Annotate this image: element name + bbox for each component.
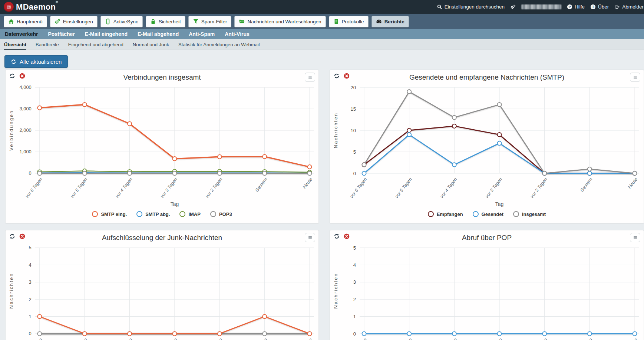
svg-text:4: 4 [353, 262, 356, 268]
panel-close-icon[interactable] [19, 73, 25, 79]
nav-tab-postfächer[interactable]: Postfächer [48, 29, 75, 39]
line-chart-junk: 012345Nachrichtenvor 6 Tagenvor 5 Tagenv… [6, 243, 318, 340]
legend-item-smtp-eing: SMTP eing. [92, 211, 127, 217]
logout-link[interactable]: Abmelden [614, 4, 644, 10]
svg-text:vor 6 Tagen: vor 6 Tagen [349, 337, 368, 340]
svg-text:vor 6 Tagen: vor 6 Tagen [24, 177, 43, 199]
chart-title: Aufschlüsselung der Junk-Nachrichten [6, 233, 318, 243]
svg-text:10: 10 [351, 128, 356, 133]
panel-close-icon[interactable] [19, 233, 25, 239]
report-subnav: ÜbersichtBandbreiteEingehend und abgehen… [0, 39, 644, 50]
toolbar-button-hauptmenü[interactable]: Hauptmenü [4, 16, 47, 27]
svg-text:4: 4 [29, 262, 32, 268]
legend-swatch-icon [473, 211, 479, 217]
svg-text:4,000: 4,000 [19, 84, 31, 90]
svg-text:vor 6 Tagen: vor 6 Tagen [349, 177, 368, 199]
panel-menu-button[interactable] [630, 233, 640, 242]
funnel-icon [193, 19, 199, 24]
panel-refresh-icon[interactable] [334, 73, 340, 79]
svg-text:Heute: Heute [627, 177, 639, 190]
panel-menu-button[interactable] [305, 233, 315, 242]
panel-close-icon[interactable] [344, 233, 350, 239]
legend-swatch-icon [210, 211, 216, 217]
report-category-nav: DatenverkehrPostfächerE-Mail eingehendE-… [0, 29, 644, 39]
svg-text:1,000: 1,000 [19, 149, 31, 154]
toolbar-button-protokolle[interactable]: Protokolle [329, 16, 369, 27]
svg-text:2,000: 2,000 [19, 127, 31, 133]
subnav-tab-übersicht[interactable]: Übersicht [4, 42, 26, 50]
house-icon [8, 19, 14, 24]
svg-text:Verbindungen: Verbindungen [9, 110, 14, 151]
refresh-icon [11, 59, 16, 64]
svg-text:Gestern: Gestern [254, 337, 268, 340]
nav-tab-anti-virus[interactable]: Anti-Virus [225, 29, 250, 39]
toolbar-button-berichte[interactable]: Berichte [371, 16, 409, 27]
subnav-tab-statistik-für-anmeldungen-an-webmail[interactable]: Statistik für Anmeldungen an Webmail [178, 42, 260, 50]
svg-text:2: 2 [29, 297, 32, 302]
subnav-tab-eingehend-und-abgehend[interactable]: Eingehend und abgehend [68, 42, 123, 50]
gears-icon [510, 4, 516, 10]
document-icon [333, 19, 339, 24]
toolbar-button-einstellungen[interactable]: Einstellungen [50, 16, 98, 27]
chart-panel-pop: Abruf über POP 012345Nachrichtenvor 6 Ta… [330, 230, 644, 340]
panel-close-icon[interactable] [344, 73, 350, 79]
chart-title: Abruf über POP [330, 233, 644, 243]
svg-text:Gestern: Gestern [579, 177, 593, 193]
subnav-tab-normal-und-junk[interactable]: Normal und Junk [133, 42, 169, 50]
legend-swatch-icon [92, 211, 98, 217]
lock-icon [150, 19, 156, 24]
refresh-all-button[interactable]: Alle aktualisieren [4, 55, 68, 68]
svg-text:i: i [592, 5, 594, 9]
svg-text:vor 5 Tagen: vor 5 Tagen [69, 177, 88, 199]
svg-text:vor 4 Tagen: vor 4 Tagen [115, 337, 133, 340]
panel-refresh-icon[interactable] [9, 233, 15, 239]
svg-text:vor 5 Tagen: vor 5 Tagen [69, 337, 88, 340]
svg-text:0: 0 [353, 331, 356, 337]
help-link[interactable]: ? Hilfe [567, 4, 585, 10]
toolbar-button-activesync[interactable]: ActiveSync [100, 16, 143, 27]
line-chart-pop: 012345Nachrichtenvor 6 Tagenvor 5 Tagenv… [330, 243, 644, 340]
svg-text:vor 4 Tagen: vor 4 Tagen [439, 177, 458, 199]
account-menu[interactable] [521, 4, 561, 9]
panel-menu-button[interactable] [305, 73, 315, 82]
search-settings[interactable]: Einstellungen durchsuchen [437, 4, 505, 10]
svg-text:3: 3 [29, 279, 32, 285]
legend-item-imap: IMAP [179, 211, 201, 217]
help-icon: ? [567, 4, 572, 10]
chart-panel-smtp-nachrichten: Gesendete und empfangene Nachrichten (SM… [330, 70, 644, 224]
nav-tab-datenverkehr[interactable]: Datenverkehr [5, 29, 38, 39]
legend-swatch-icon [136, 211, 142, 217]
svg-text:Heute: Heute [302, 177, 314, 190]
legend-swatch-icon [179, 211, 185, 217]
legend-item-smtp-abg: SMTP abg. [136, 211, 170, 217]
svg-text:5: 5 [353, 149, 356, 155]
mdaemon-logo[interactable]: ✉ MDaemon® [4, 2, 58, 12]
nav-tab-anti-spam[interactable]: Anti-Spam [189, 29, 215, 39]
subnav-tab-bandbreite[interactable]: Bandbreite [36, 42, 59, 50]
brand-name: MDaemon® [16, 3, 58, 11]
toolbar-button-nachrichten-und-warteschlangen[interactable]: Nachrichten und Warteschlangen [234, 16, 326, 27]
toolbar-button-spam-filter[interactable]: Spam-Filter [188, 16, 232, 27]
svg-text:15: 15 [351, 106, 356, 112]
nav-tab-e-mail-abgehend[interactable]: E-Mail abgehend [138, 29, 179, 39]
svg-text:Nachrichten: Nachrichten [333, 273, 338, 309]
quick-settings-gears[interactable] [510, 4, 516, 10]
panel-menu-button[interactable] [630, 73, 640, 82]
hamburger-icon [633, 74, 638, 80]
account-name-redacted [521, 4, 561, 9]
svg-text:3,000: 3,000 [19, 106, 31, 111]
svg-text:0: 0 [353, 171, 356, 176]
panel-refresh-icon[interactable] [334, 233, 340, 239]
toolbar-button-sicherheit[interactable]: Sicherheit [146, 16, 185, 27]
nav-tab-e-mail-eingehend[interactable]: E-Mail eingehend [85, 29, 128, 39]
panel-refresh-icon[interactable] [9, 73, 15, 79]
registered-mark: ® [56, 0, 58, 4]
legend-item-gesendet: Gesendet [473, 211, 503, 217]
chart-title: Verbindungen insgesamt [6, 73, 318, 82]
about-link[interactable]: i Über [590, 4, 609, 10]
hamburger-icon [633, 235, 638, 240]
hamburger-icon [307, 235, 313, 240]
gears-icon [55, 19, 60, 24]
svg-text:vor 2 Tagen: vor 2 Tagen [204, 177, 223, 199]
chart-panel-verbindungen: Verbindungen insgesamt 01,0002,0003,0004… [5, 70, 319, 224]
